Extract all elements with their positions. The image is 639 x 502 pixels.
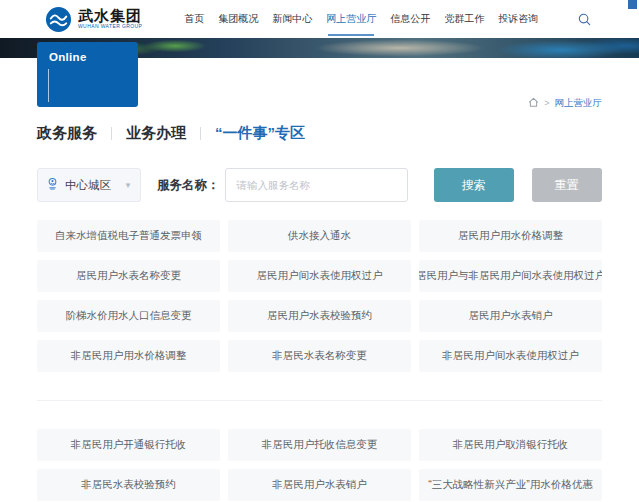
service-item[interactable]: 非居民水表名称变更 — [228, 340, 411, 372]
service-item[interactable]: 自来水增值税电子普通发票申领 — [37, 220, 220, 252]
online-banner-box: Online — [37, 42, 138, 107]
nav-item-party-work[interactable]: 党群工作 — [444, 12, 484, 26]
service-item[interactable]: 非居民用户开通银行托收 — [37, 429, 220, 461]
banner-image: Online — [0, 38, 639, 58]
breadcrumb-separator: > — [544, 98, 549, 108]
service-name-label: 服务名称： — [157, 177, 220, 194]
service-item[interactable]: 供水接入通水 — [228, 220, 411, 252]
service-item[interactable]: 居民用户水表校验预约 — [228, 300, 411, 332]
logo-subtitle: WUHAN WATER GROUP — [78, 23, 142, 30]
service-item[interactable]: 居民用户用水价格调整 — [419, 220, 602, 252]
search-button[interactable]: 搜索 — [434, 168, 514, 202]
service-item[interactable]: 居民用户水表名称变更 — [37, 260, 220, 292]
service-item[interactable]: “三大战略性新兴产业”用水价格优惠 — [419, 469, 602, 501]
service-item[interactable]: 非居民用户用水价格调整 — [37, 340, 220, 372]
tab-separator — [111, 127, 112, 140]
location-icon — [46, 176, 59, 194]
service-item[interactable]: 居民用户水表销户 — [419, 300, 602, 332]
district-selected-value: 中心城区 — [65, 178, 118, 193]
chevron-down-icon: ▼ — [124, 181, 132, 190]
service-name-input[interactable] — [225, 168, 407, 202]
tab-business-handling[interactable]: 业务办理 — [126, 124, 186, 143]
logo[interactable]: 武水集团 WUHAN WATER GROUP — [45, 6, 142, 33]
service-item[interactable]: 非居民用户取消银行托收 — [419, 429, 602, 461]
reset-button[interactable]: 重置 — [532, 168, 602, 202]
section-tabs: 政务服务 业务办理 “一件事”专区 — [37, 122, 602, 144]
online-box-divider — [48, 69, 49, 102]
tab-one-thing-zone[interactable]: “一件事”专区 — [215, 124, 305, 143]
search-bar: 中心城区 ▼ 服务名称： 搜索 重置 — [37, 168, 602, 202]
nav-item-home[interactable]: 首页 — [184, 12, 204, 26]
service-item[interactable]: 居民用户与非居民用户间水表使用权过户 — [419, 260, 602, 292]
tab-government-services[interactable]: 政务服务 — [37, 124, 97, 143]
services-grid-2: 非居民用户开通银行托收非居民用户托收信息变更非居民用户取消银行托收非居民水表校验… — [37, 429, 602, 501]
service-item[interactable]: 非居民用户托收信息变更 — [228, 429, 411, 461]
nav-item-online-hall[interactable]: 网上营业厅 — [326, 12, 376, 26]
nav-item-info-disclosure[interactable]: 信息公开 — [390, 12, 430, 26]
service-item[interactable]: 非居民用户水表销户 — [228, 469, 411, 501]
service-item[interactable]: 阶梯水价用水人口信息变更 — [37, 300, 220, 332]
main-nav: 首页 集团概况 新闻中心 网上营业厅 信息公开 党群工作 投诉咨询 — [184, 12, 538, 26]
service-item[interactable]: 非居民用户间水表使用权过户 — [419, 340, 602, 372]
online-label: Online — [49, 51, 87, 63]
service-item[interactable]: 居民用户间水表使用权过户 — [228, 260, 411, 292]
logo-title: 武水集团 — [78, 8, 142, 23]
corner-accent — [628, 0, 637, 9]
tab-separator — [200, 127, 201, 140]
district-select[interactable]: 中心城区 ▼ — [37, 168, 141, 202]
page: 武水集团 WUHAN WATER GROUP 首页 集团概况 新闻中心 网上营业… — [0, 0, 639, 502]
services-grid-1: 自来水增值税电子普通发票申领供水接入通水居民用户用水价格调整居民用户水表名称变更… — [37, 220, 602, 372]
service-item[interactable]: 非居民水表校验预约 — [37, 469, 220, 501]
wave-logo-icon — [45, 6, 72, 33]
site-header: 武水集团 WUHAN WATER GROUP 首页 集团概况 新闻中心 网上营业… — [0, 0, 639, 38]
nav-item-complaints[interactable]: 投诉咨询 — [498, 12, 538, 26]
search-icon[interactable] — [578, 13, 591, 26]
breadcrumb-current[interactable]: 网上营业厅 — [555, 97, 603, 110]
section-divider — [37, 400, 602, 401]
main-content: > 网上营业厅 政务服务 业务办理 “一件事”专区 中心城区 — [0, 96, 639, 501]
nav-item-news-center[interactable]: 新闻中心 — [272, 12, 312, 26]
home-icon[interactable] — [528, 97, 539, 110]
nav-item-group-overview[interactable]: 集团概况 — [218, 12, 258, 26]
